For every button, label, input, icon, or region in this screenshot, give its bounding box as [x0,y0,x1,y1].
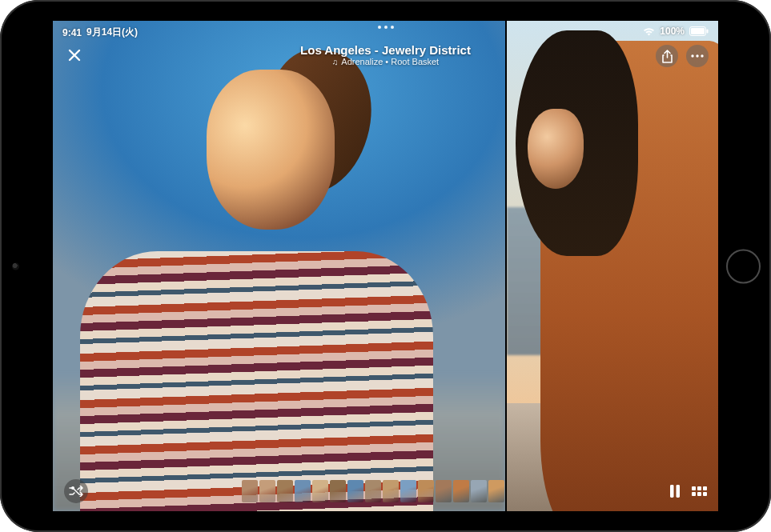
memory-mix-button[interactable] [64,479,88,503]
svg-rect-8 [677,485,681,498]
status-bar-left: 9:41 9月14日(火) [62,26,138,39]
memory-music: Adrenalize • Root Basket [341,57,439,66]
timeline-thumbnail[interactable] [295,480,311,502]
status-time: 9:41 [62,27,82,38]
timeline-thumbnail[interactable] [436,480,452,502]
timeline-thumbnail[interactable] [471,480,487,502]
pause-button[interactable] [669,485,681,498]
timeline-thumbnails[interactable] [242,480,504,502]
timeline-thumbnail[interactable] [259,480,275,502]
svg-rect-7 [670,485,674,498]
browse-grid-button[interactable] [692,486,707,496]
top-actions [656,45,709,67]
status-bar-right: 100% [643,26,709,37]
music-note-icon: ♫ [332,58,339,66]
timeline-thumbnail[interactable] [488,480,504,502]
home-button[interactable] [726,249,761,283]
bottom-bar [53,479,718,503]
timeline-thumbnail[interactable] [400,480,416,502]
status-date: 9月14日(火) [86,26,138,39]
multitask-indicator[interactable] [378,26,394,29]
timeline-thumbnail[interactable] [365,480,381,502]
ipad-frame: 9:41 9月14日(火) 100% [0,0,771,532]
svg-point-3 [691,54,693,57]
close-button[interactable] [64,45,85,66]
front-camera [12,262,19,270]
battery-text: 100% [660,26,685,37]
svg-point-6 [71,486,74,490]
wifi-icon [643,27,655,36]
more-button[interactable] [686,45,709,67]
split-view [53,21,718,511]
timeline-thumbnail[interactable] [242,480,258,502]
memory-photo-right[interactable] [507,21,718,511]
timeline-thumbnail[interactable] [383,480,399,502]
timeline-thumbnail[interactable] [330,480,346,502]
share-button[interactable] [656,45,678,67]
timeline-thumbnail[interactable] [312,480,328,502]
timeline-thumbnail[interactable] [418,480,434,502]
svg-point-5 [701,54,703,57]
timeline-thumbnail[interactable] [347,480,363,502]
timeline-thumbnail[interactable] [453,480,469,502]
svg-rect-2 [707,30,709,34]
memory-title: Los Angeles - Jewelry District [300,43,471,57]
svg-rect-1 [691,28,705,34]
timeline-thumbnail[interactable] [277,480,293,502]
battery-icon [689,26,709,36]
memory-title-block[interactable]: Los Angeles - Jewelry District ♫ Adrenal… [300,43,471,66]
svg-point-4 [696,54,698,57]
memory-photo-left[interactable] [53,21,505,511]
screen: 9:41 9月14日(火) 100% [53,21,718,511]
